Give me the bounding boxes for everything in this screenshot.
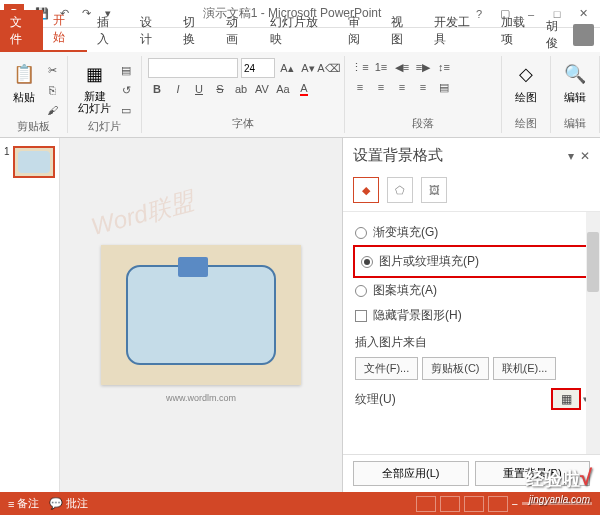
pane-dropdown-icon[interactable]: ▾: [568, 149, 574, 163]
overlay-url: jingyanla.com: [529, 494, 590, 505]
numbering-icon[interactable]: 1≡: [372, 58, 390, 76]
tab-design[interactable]: 设计: [130, 10, 173, 52]
drawing-button[interactable]: ◇ 绘图: [508, 58, 544, 107]
tab-view[interactable]: 视图: [381, 10, 424, 52]
line-spacing-icon[interactable]: ↕≡: [435, 58, 453, 76]
align-right-icon[interactable]: ≡: [393, 78, 411, 96]
sorter-view-icon[interactable]: [440, 496, 460, 512]
slide-url: www.wordlm.com: [166, 393, 236, 403]
group-editing-label: 编辑: [557, 116, 593, 131]
reading-view-icon[interactable]: [464, 496, 484, 512]
tab-addin[interactable]: 加载项: [491, 10, 546, 52]
find-icon: 🔍: [561, 60, 589, 88]
normal-view-icon[interactable]: [416, 496, 436, 512]
align-left-icon[interactable]: ≡: [351, 78, 369, 96]
reset-icon[interactable]: ↺: [117, 81, 135, 99]
indent-dec-icon[interactable]: ◀≡: [393, 58, 411, 76]
opt-hide-label: 隐藏背景图形(H): [373, 307, 462, 324]
pane-close-icon[interactable]: ✕: [580, 149, 590, 163]
file-button[interactable]: 文件(F)...: [355, 357, 418, 380]
tab-transition[interactable]: 切换: [173, 10, 216, 52]
thumb-preview: [13, 146, 55, 178]
editing-button[interactable]: 🔍 编辑: [557, 58, 593, 107]
shrink-font-icon[interactable]: A▾: [299, 59, 317, 77]
slide-canvas[interactable]: Word联盟 www.wordlm.com: [60, 138, 342, 492]
texture-label: 纹理(U): [355, 391, 396, 408]
radio-icon: [355, 227, 367, 239]
tab-home[interactable]: 开始: [43, 8, 86, 52]
opt-hide-graphics[interactable]: 隐藏背景图形(H): [353, 303, 590, 328]
font-name-input[interactable]: [148, 58, 238, 78]
online-button[interactable]: 联机(E)...: [493, 357, 557, 380]
overlay-brand: 经验啦√: [526, 465, 592, 491]
pane-header: 设置背景格式 ▾ ✕: [343, 138, 600, 173]
pane-body: 渐变填充(G) 图片或纹理填充(P) 图案填充(A) 隐藏背景图形(H) 插入图…: [343, 212, 600, 454]
radio-icon: [355, 285, 367, 297]
insert-buttons: 文件(F)... 剪贴板(C) 联机(E)...: [353, 355, 590, 382]
radio-icon: [361, 256, 373, 268]
tab-slideshow[interactable]: 幻灯片放映: [260, 10, 338, 52]
font-color-icon[interactable]: A: [295, 80, 313, 98]
status-bar: ≡ 备注 💬 批注 −: [0, 492, 600, 515]
notes-label: 备注: [17, 496, 39, 511]
group-editing: 🔍 编辑 编辑: [551, 56, 600, 133]
case-icon[interactable]: Aa: [274, 80, 292, 98]
align-center-icon[interactable]: ≡: [372, 78, 390, 96]
rounded-rect-shape[interactable]: [126, 265, 276, 365]
apply-all-button[interactable]: 全部应用(L): [353, 461, 469, 486]
opt-picture-label: 图片或纹理填充(P): [379, 253, 479, 270]
user-area[interactable]: 胡俊: [546, 18, 600, 52]
font-size-input[interactable]: [241, 58, 275, 78]
comments-label: 批注: [66, 496, 88, 511]
new-slide-button[interactable]: ▦ 新建 幻灯片: [74, 58, 115, 119]
fill-tab-icon[interactable]: ◆: [353, 177, 379, 203]
group-font: A▴ A▾ A⌫ B I U S ab AV Aa A 字体: [142, 56, 345, 133]
shadow-icon[interactable]: ab: [232, 80, 250, 98]
columns-icon[interactable]: ▤: [435, 78, 453, 96]
cut-icon[interactable]: ✂: [43, 61, 61, 79]
picture-tab-icon[interactable]: 🖼: [421, 177, 447, 203]
thumbnail-pane: 1: [0, 138, 60, 492]
notes-button[interactable]: ≡ 备注: [8, 496, 39, 511]
tab-insert[interactable]: 插入: [87, 10, 130, 52]
scroll-thumb[interactable]: [587, 232, 599, 292]
group-paragraph: ⋮≡ 1≡ ◀≡ ≡▶ ↕≡ ≡ ≡ ≡ ≡ ▤ 段落: [345, 56, 502, 133]
spacing-icon[interactable]: AV: [253, 80, 271, 98]
section-icon[interactable]: ▭: [117, 101, 135, 119]
italic-icon[interactable]: I: [169, 80, 187, 98]
underline-icon[interactable]: U: [190, 80, 208, 98]
clear-format-icon[interactable]: A⌫: [320, 59, 338, 77]
texture-swatch[interactable]: ▦: [551, 388, 581, 410]
slideshow-view-icon[interactable]: [488, 496, 508, 512]
highlight-box: 图片或纹理填充(P): [353, 245, 590, 278]
strike-icon[interactable]: S: [211, 80, 229, 98]
comments-button[interactable]: 💬 批注: [49, 496, 88, 511]
group-drawing: ◇ 绘图 绘图: [502, 56, 551, 133]
tab-file[interactable]: 文件: [0, 10, 43, 52]
indent-inc-icon[interactable]: ≡▶: [414, 58, 432, 76]
layout-icon[interactable]: ▤: [117, 61, 135, 79]
tab-animation[interactable]: 动画: [216, 10, 259, 52]
paste-button[interactable]: 📋 粘贴: [6, 58, 42, 119]
bold-icon[interactable]: B: [148, 80, 166, 98]
format-painter-icon[interactable]: 🖌: [43, 101, 61, 119]
tab-review[interactable]: 审阅: [338, 10, 381, 52]
clipboard-button[interactable]: 剪贴板(C): [422, 357, 488, 380]
effects-tab-icon[interactable]: ⬠: [387, 177, 413, 203]
grow-font-icon[interactable]: A▴: [278, 59, 296, 77]
bullets-icon[interactable]: ⋮≡: [351, 58, 369, 76]
scrollbar[interactable]: [586, 212, 600, 454]
justify-icon[interactable]: ≡: [414, 78, 432, 96]
group-paragraph-label: 段落: [351, 116, 495, 131]
opt-pattern[interactable]: 图案填充(A): [353, 278, 590, 303]
zoom-out-icon[interactable]: −: [512, 498, 518, 510]
opt-picture-fill[interactable]: 图片或纹理填充(P): [359, 249, 584, 274]
shapes-icon: ◇: [512, 60, 540, 88]
copy-icon[interactable]: ⎘: [43, 81, 61, 99]
opt-gradient[interactable]: 渐变填充(G): [353, 220, 590, 245]
group-drawing-label: 绘图: [508, 116, 544, 131]
tab-dev[interactable]: 开发工具: [424, 10, 491, 52]
slide-thumb-1[interactable]: 1: [4, 146, 55, 178]
texture-row: 纹理(U) ▦ ▾: [353, 382, 590, 416]
user-name: 胡俊: [546, 18, 569, 52]
